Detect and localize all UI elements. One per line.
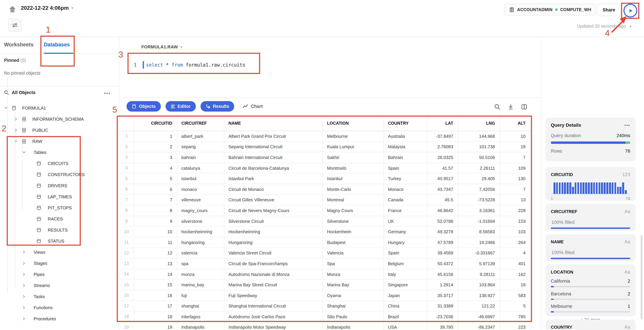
- cell[interactable]: Indianapolis Motor Speedway: [224, 322, 323, 330]
- cell[interactable]: 7.42056: [458, 184, 500, 195]
- cell[interactable]: Melbourne: [323, 131, 384, 142]
- cell[interactable]: 121.22: [458, 301, 500, 312]
- cell[interactable]: 29.405: [458, 173, 500, 184]
- tree-item-formula1[interactable]: FORMULA1: [0, 103, 119, 114]
- cell[interactable]: 138.927: [458, 290, 500, 301]
- cell[interactable]: 5.97139: [458, 258, 500, 269]
- cell[interactable]: 7: [500, 152, 530, 163]
- cell[interactable]: Japan: [384, 290, 428, 301]
- download-button[interactable]: [508, 104, 514, 110]
- table-row[interactable]: 1616fujiFuji SpeedwayOyamaJapan35.371713…: [120, 290, 531, 301]
- cell[interactable]: 45.6156: [428, 269, 458, 280]
- cell[interactable]: bahrain: [177, 152, 224, 163]
- cell[interactable]: Spa: [323, 258, 384, 269]
- cell[interactable]: Circuit de Barcelona-Catalunya: [224, 163, 323, 173]
- cell[interactable]: 8: [134, 205, 177, 216]
- cell[interactable]: Malaysia: [384, 142, 428, 152]
- cell[interactable]: 5: [500, 301, 530, 312]
- cell[interactable]: 103: [500, 227, 530, 237]
- tree-item-lap_times[interactable]: LAP_TIMES: [0, 191, 119, 202]
- cell[interactable]: 6: [134, 184, 177, 195]
- chevron-right-icon[interactable]: [22, 317, 26, 321]
- cell[interactable]: Albert Park Grand Prix Circuit: [224, 131, 323, 142]
- cell[interactable]: marina_bay: [177, 280, 224, 290]
- chevron-right-icon[interactable]: [22, 306, 26, 310]
- cell[interactable]: hungaroring: [177, 237, 224, 248]
- cell[interactable]: -23.7036: [428, 312, 458, 322]
- cell[interactable]: 144.968: [458, 131, 500, 142]
- cell[interactable]: catalunya: [177, 163, 224, 173]
- cell[interactable]: São Paulo: [323, 312, 384, 322]
- cell[interactable]: 10: [134, 227, 177, 237]
- cell[interactable]: Circuit de Monaco: [224, 184, 323, 195]
- table-row[interactable]: 1313spaCircuit de Spa-FrancorchampsSpaBe…: [120, 258, 531, 269]
- tree-item-streams[interactable]: Streams: [0, 280, 119, 291]
- tree-item-views[interactable]: Views: [0, 247, 119, 258]
- cell[interactable]: 12: [134, 248, 177, 258]
- run-button[interactable]: [624, 4, 637, 17]
- cell[interactable]: 52.0786: [428, 216, 458, 227]
- tree-item-tasks[interactable]: Tasks: [0, 291, 119, 302]
- chevron-right-icon[interactable]: [22, 250, 26, 254]
- object-search[interactable]: All Objects: [4, 90, 36, 95]
- cell[interactable]: 50.4372: [428, 258, 458, 269]
- tab-worksheets[interactable]: Worksheets: [4, 42, 34, 48]
- cell[interactable]: Autódromo José Carlos Pace: [224, 312, 323, 322]
- column-header-alt[interactable]: ALT: [500, 116, 530, 131]
- cell[interactable]: -0.331667: [458, 248, 500, 258]
- cell[interactable]: Marina Bay Street Circuit: [224, 280, 323, 290]
- cell[interactable]: magny_cours: [177, 205, 224, 216]
- tree-item-tables[interactable]: Tables: [0, 147, 119, 158]
- cell[interactable]: 18: [134, 312, 177, 322]
- cell[interactable]: 18: [500, 142, 530, 152]
- cell[interactable]: 45.5: [428, 195, 458, 205]
- home-icon[interactable]: [8, 5, 17, 14]
- cell[interactable]: Monaco: [384, 184, 428, 195]
- cell[interactable]: villeneuve: [177, 195, 224, 205]
- cell[interactable]: -46.6997: [458, 312, 500, 322]
- tree-item-pipes[interactable]: Pipes: [0, 269, 119, 280]
- cell[interactable]: Monza: [323, 269, 384, 280]
- table-row[interactable]: 99silverstoneSilverstone CircuitSilverst…: [120, 216, 531, 227]
- cell[interactable]: 14: [134, 269, 177, 280]
- chevron-right-icon[interactable]: [22, 284, 26, 287]
- cell[interactable]: China: [384, 301, 428, 312]
- cell[interactable]: 4: [134, 163, 177, 173]
- cell[interactable]: Sepang International Circuit: [224, 142, 323, 152]
- cell[interactable]: Shanghai: [323, 301, 384, 312]
- cell[interactable]: -1.01694: [458, 216, 500, 227]
- tree-item-races[interactable]: RACES: [0, 213, 119, 224]
- tree-item-public[interactable]: PUBLIC: [0, 125, 119, 136]
- cell[interactable]: -37.8497: [428, 131, 458, 142]
- split-panel-button[interactable]: [521, 104, 528, 110]
- cell[interactable]: 264: [500, 237, 530, 248]
- column-header-country[interactable]: COUNTRY: [384, 116, 428, 131]
- cell[interactable]: 1: [134, 131, 177, 142]
- cell[interactable]: 50.5106: [458, 152, 500, 163]
- chevron-right-icon[interactable]: [14, 117, 18, 121]
- chevron-down-icon[interactable]: [4, 106, 8, 110]
- column-header-lng[interactable]: LNG: [458, 116, 500, 131]
- cell[interactable]: 13: [500, 195, 530, 205]
- cell[interactable]: Hungary: [384, 237, 428, 248]
- cell[interactable]: Singapore: [384, 280, 428, 290]
- sidebar-menu-button[interactable]: •••: [104, 91, 111, 96]
- table-row[interactable]: 1010hockenheimringHockenheimringHockenhe…: [120, 227, 531, 237]
- cell[interactable]: Shanghai International Circuit: [224, 301, 323, 312]
- cell[interactable]: 18: [500, 280, 530, 290]
- table-row[interactable]: 88magny_coursCircuit de Nevers Magny-Cou…: [120, 205, 531, 216]
- cell[interactable]: 8.56583: [458, 227, 500, 237]
- cell[interactable]: 13: [134, 258, 177, 269]
- cell[interactable]: Germany: [384, 227, 428, 237]
- cell[interactable]: Circuit Gilles Villeneuve: [224, 195, 323, 205]
- view-toggle-results[interactable]: Results: [200, 101, 234, 112]
- tree-item-constructors[interactable]: CONSTRUCTORS: [0, 169, 119, 180]
- tree-item-information_schema[interactable]: INFORMATION_SCHEMA: [0, 114, 119, 125]
- cell[interactable]: 17: [134, 301, 177, 312]
- cell[interactable]: 39.795: [428, 322, 458, 330]
- cell[interactable]: Monte-Carlo: [323, 184, 384, 195]
- cell[interactable]: sepang: [177, 142, 224, 152]
- cell[interactable]: Hockenheimring: [224, 227, 323, 237]
- cell[interactable]: 401: [500, 258, 530, 269]
- cell[interactable]: indianapolis: [177, 322, 224, 330]
